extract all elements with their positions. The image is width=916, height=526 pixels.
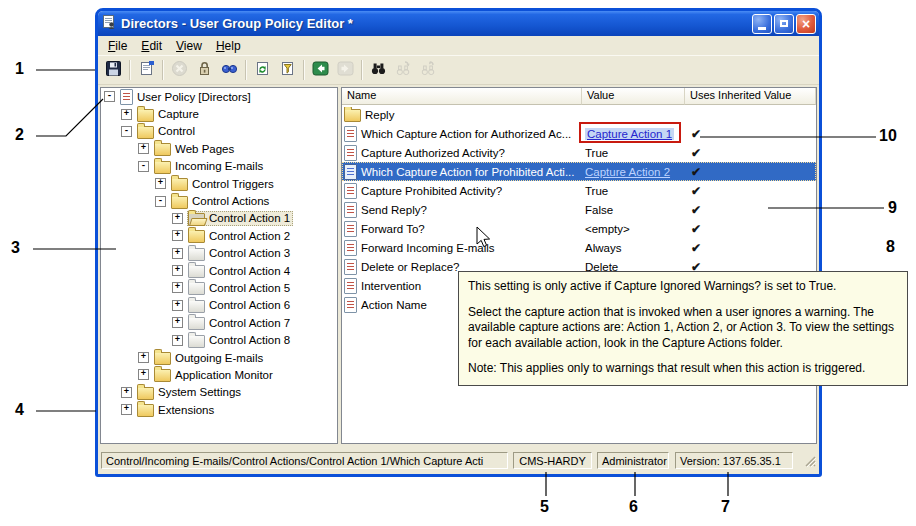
tree-item-control-action-1[interactable]: +Control Action 1 [101,210,337,227]
menu-file[interactable]: File [101,37,134,55]
setting-name: Which Capture Action for Prohibited Acti… [361,166,575,178]
tree-expander[interactable]: + [172,230,183,241]
tree-expander[interactable]: + [121,404,132,415]
menu-help[interactable]: Help [209,37,248,55]
tree-item-web-pages[interactable]: +Web Pages [101,140,337,157]
toolbar [98,55,819,85]
tree-item-label: Control Action 5 [209,282,290,294]
find-next-icon [395,60,412,80]
tree-item-control-action-5[interactable]: +Control Action 5 [101,279,337,296]
tree-item-outgoing-e-mails[interactable]: +Outgoing E-mails [101,349,337,366]
toolbar-find-previous-button [416,58,441,82]
tree-expander[interactable]: + [172,213,183,224]
tree-expander[interactable]: + [172,265,183,276]
toolbar-refresh-button[interactable] [250,58,275,82]
toolbar-lock-button[interactable] [192,58,217,82]
tree-item-application-monitor[interactable]: +Application Monitor [101,366,337,383]
list-header: Name Value Uses Inherited Value [342,88,816,105]
checkmark-icon: ✔ [691,203,701,217]
tree-expander[interactable]: + [172,335,183,346]
tree-item-label: User Policy [Directors] [137,91,251,103]
tree-item-control-action-3[interactable]: +Control Action 3 [101,245,337,262]
tree-item-content: Outgoing E-mails [153,350,266,365]
tree-item-control-action-7[interactable]: +Control Action 7 [101,314,337,331]
tree-expander[interactable]: + [172,317,183,328]
document-icon [344,278,357,294]
menu-edit[interactable]: Edit [134,37,169,55]
tree-expander[interactable]: + [172,248,183,259]
tree-item-control-actions[interactable]: -Control Actions [101,192,337,209]
list-row-capture-prohibited-activity[interactable]: Capture Prohibited Activity?True✔ [342,181,816,200]
toolbar-find-next-button [391,58,416,82]
toolbar-back-button[interactable] [308,58,333,82]
tree-expander[interactable]: + [121,109,132,120]
tree-item-content: Control Action 2 [187,228,293,243]
tree-item-control-action-8[interactable]: +Control Action 8 [101,331,337,348]
minimize-button[interactable] [752,14,772,34]
toolbar-filter-button[interactable] [275,58,300,82]
tree-item-content: Control Action 4 [187,263,293,278]
close-button[interactable]: × [796,14,816,34]
toolbar-view-button[interactable] [217,58,242,82]
tooltip-paragraph: This setting is only active if Capture I… [468,279,898,295]
title-bar[interactable]: Directors - User Group Policy Editor * × [98,11,819,36]
toolbar-find-button[interactable] [366,58,391,82]
tree-expander[interactable]: + [138,369,149,380]
menu-view[interactable]: View [169,37,209,55]
tree-expander[interactable]: - [104,91,115,102]
tree-expander[interactable]: + [138,143,149,154]
folder-icon [137,109,154,122]
app-window: Directors - User Group Policy Editor * ×… [95,8,822,477]
tree-expander[interactable]: + [172,282,183,293]
list-row-forward-incoming-e-mails[interactable]: Forward Incoming E-mailsAlways✔ [342,238,816,257]
value-link[interactable]: Capture Action 1 [585,128,674,140]
value-link[interactable]: Capture Action 2 [585,166,670,178]
window-title: Directors - User Group Policy Editor * [121,16,752,31]
column-header-value[interactable]: Value [582,88,685,105]
tree-expander[interactable]: - [155,196,166,207]
setting-name: Which Capture Action for Authorized Ac..… [361,128,571,140]
list-row-send-reply[interactable]: Send Reply?False✔ [342,200,816,219]
tree-expander[interactable]: + [121,387,132,398]
cell-uses-inherited: ✔ [685,222,816,236]
list-row-capture-authorized-activity[interactable]: Capture Authorized Activity?True✔ [342,143,816,162]
tree-item-user-policy-directors[interactable]: -User Policy [Directors] [101,88,337,105]
column-header-name[interactable]: Name [342,88,582,105]
folder-icon [188,317,205,330]
tree-item-incoming-e-mails[interactable]: -Incoming E-mails [101,158,337,175]
cell-name: Forward Incoming E-mails [342,240,582,256]
find-previous-icon [420,60,437,80]
column-header-uses-inherited-value[interactable]: Uses Inherited Value [685,88,816,105]
tree-item-control-action-4[interactable]: +Control Action 4 [101,262,337,279]
tree-expander[interactable]: + [172,300,183,311]
list-row-which-capture-action-for-prohibited-acti[interactable]: Which Capture Action for Prohibited Acti… [342,162,816,181]
tree-item-capture[interactable]: +Capture [101,105,337,122]
tree-item-label: Control [158,125,195,137]
list-row-reply[interactable]: Reply [342,105,816,124]
tree-item-control[interactable]: -Control [101,123,337,140]
tree-expander[interactable]: + [138,352,149,363]
cell-name: Forward To? [342,221,582,237]
maximize-button[interactable] [774,14,794,34]
toolbar-separator [129,60,131,80]
callout-label-6: 6 [629,498,638,516]
tree-item-control-action-2[interactable]: +Control Action 2 [101,227,337,244]
folder-icon [344,109,361,122]
tree-item-control-action-6[interactable]: +Control Action 6 [101,297,337,314]
list-row-which-capture-action-for-authorized-ac[interactable]: Which Capture Action for Authorized Ac..… [342,124,816,143]
tree-expander[interactable]: - [121,126,132,137]
page-canvas: Directors - User Group Policy Editor * ×… [0,0,916,526]
list-row-forward-to[interactable]: Forward To?<empty>✔ [342,219,816,238]
toolbar-properties-button[interactable] [134,58,159,82]
list-panel: Name Value Uses Inherited Value ReplyWhi… [341,87,817,444]
tree-expander[interactable]: - [138,161,149,172]
resize-grip-icon[interactable] [803,454,817,468]
tree-item-system-settings[interactable]: +System Settings [101,384,337,401]
callout-label-1: 1 [15,60,24,78]
tree-item-control-triggers[interactable]: +Control Triggers [101,175,337,192]
toolbar-forward-button [333,58,358,82]
tree-item-content: User Policy [Directors] [119,89,254,105]
toolbar-save-button[interactable] [101,58,126,82]
tree-item-extensions[interactable]: +Extensions [101,401,337,418]
tree-expander[interactable]: + [155,178,166,189]
